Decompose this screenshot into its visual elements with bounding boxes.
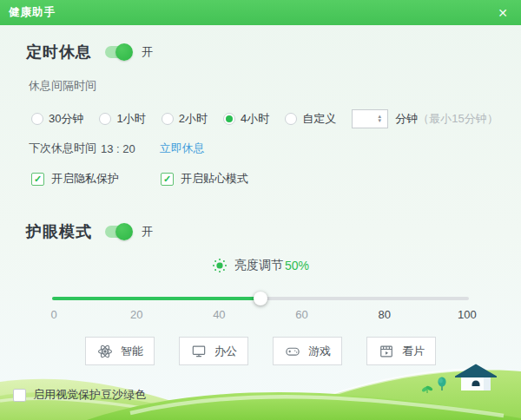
- checkbox-label: 开启贴心模式: [181, 171, 248, 187]
- interval-options-row: 30分钟 1小时 2小时 4小时 自定义 ▲▼ 分钟 （最小15分钟）: [31, 108, 498, 130]
- timed-rest-title: 定时休息: [26, 42, 92, 62]
- tick-label: 60: [287, 308, 317, 321]
- radio-circle: [285, 113, 297, 125]
- radio-1hour[interactable]: 1小时: [99, 111, 145, 127]
- brightness-sun-icon: [212, 258, 228, 273]
- rest-now-link[interactable]: 立即休息: [160, 141, 205, 156]
- radio-circle: [99, 113, 111, 125]
- mode-smart-button[interactable]: 智能: [85, 337, 155, 365]
- mode-office-button[interactable]: 办公: [179, 337, 248, 365]
- monitor-icon: [190, 343, 208, 360]
- checkbox-checked-icon: ✓: [161, 173, 174, 186]
- titlebar: 健康助手 ✕: [0, 0, 521, 25]
- visual-protection-row: ✓ 启用视觉保护豆沙绿色: [13, 387, 146, 403]
- custom-minutes-input[interactable]: [353, 111, 377, 127]
- brightness-row: 亮度调节 50%: [0, 258, 521, 273]
- radio-label: 1小时: [116, 111, 145, 127]
- checkbox-unchecked-icon: ✓: [13, 389, 26, 402]
- gamepad-icon: [284, 343, 301, 360]
- slider-tick-labels: 0 20 40 60 80 100: [39, 308, 482, 321]
- brightness-label: 亮度调节: [234, 258, 283, 273]
- timed-rest-header: 定时休息 开: [26, 42, 153, 62]
- eye-protection-state: 开: [142, 224, 153, 240]
- checkbox-label: 开启隐私保护: [51, 171, 119, 187]
- radio-label: 4小时: [241, 111, 269, 127]
- eye-protection-title: 护眼模式: [26, 221, 92, 242]
- film-icon: [378, 343, 395, 360]
- mode-label: 游戏: [308, 344, 331, 359]
- slider-thumb[interactable]: [254, 292, 267, 305]
- window-title: 健康助手: [9, 5, 56, 20]
- atom-icon: [96, 343, 114, 360]
- radio-label: 自定义: [302, 111, 336, 127]
- tree-decoration: [438, 377, 445, 390]
- toggle-knob: [115, 43, 133, 61]
- checkbox-checked-icon: ✓: [31, 173, 44, 186]
- custom-min-hint: （最小15分钟）: [418, 111, 498, 127]
- next-rest-row: 下次休息时间 13 : 20 立即休息: [29, 141, 205, 156]
- custom-minutes-stepper[interactable]: ▲▼: [352, 109, 388, 128]
- rest-checkboxes-row: ✓ 开启隐私保护 ✓ 开启贴心模式: [31, 171, 248, 187]
- mode-label: 智能: [121, 344, 143, 359]
- radio-label: 2小时: [179, 111, 208, 127]
- tick-label: 20: [122, 308, 151, 321]
- mode-label: 办公: [214, 344, 237, 359]
- mode-buttons-row: 智能 办公 游戏 看片: [0, 337, 521, 365]
- radio-4hour[interactable]: 4小时: [223, 111, 269, 127]
- checkbox-label: 启用视觉保护豆沙绿色: [33, 387, 146, 403]
- interval-label-row: 休息间隔时间: [29, 78, 96, 94]
- radio-label: 30分钟: [49, 111, 83, 127]
- radio-30min[interactable]: 30分钟: [31, 111, 83, 127]
- visual-protection-checkbox[interactable]: ✓ 启用视觉保护豆沙绿色: [13, 387, 146, 403]
- slider-fill: [52, 297, 260, 300]
- tick-label: 40: [204, 308, 234, 321]
- privacy-protection-checkbox[interactable]: ✓ 开启隐私保护: [31, 171, 119, 187]
- next-rest-time: 13 : 20: [101, 142, 135, 155]
- eye-protection-toggle[interactable]: [105, 226, 131, 238]
- brightness-value: 50%: [285, 259, 309, 272]
- mode-label: 看片: [402, 344, 425, 359]
- timed-rest-toggle[interactable]: [105, 46, 131, 58]
- mode-game-button[interactable]: 游戏: [273, 337, 342, 365]
- radio-circle: [31, 113, 43, 125]
- eye-protection-header: 护眼模式 开: [26, 221, 153, 242]
- radio-2hour[interactable]: 2小时: [162, 111, 208, 127]
- health-assistant-window: 健康助手 ✕ 定时休息 开 休息间隔时间 30分钟 1小时 2小时 4小时 自: [0, 0, 521, 420]
- close-icon[interactable]: ✕: [493, 6, 512, 20]
- tick-label: 100: [452, 308, 482, 321]
- stepper-arrows-icon[interactable]: ▲▼: [377, 115, 385, 123]
- caring-mode-checkbox[interactable]: ✓ 开启贴心模式: [161, 171, 248, 187]
- radio-custom[interactable]: 自定义: [285, 111, 336, 127]
- house-illustration: [455, 364, 497, 391]
- next-rest-label: 下次休息时间: [29, 141, 96, 156]
- tick-label: 0: [39, 308, 69, 321]
- timed-rest-state: 开: [142, 44, 153, 60]
- tick-label: 80: [370, 308, 399, 321]
- custom-unit-label: 分钟: [395, 111, 418, 127]
- brightness-slider[interactable]: [52, 292, 469, 305]
- radio-circle: [223, 113, 235, 125]
- radio-circle: [162, 113, 174, 125]
- sprout-decoration: [421, 385, 433, 393]
- interval-label: 休息间隔时间: [29, 78, 96, 94]
- mode-film-button[interactable]: 看片: [366, 337, 436, 365]
- toggle-knob: [115, 223, 133, 240]
